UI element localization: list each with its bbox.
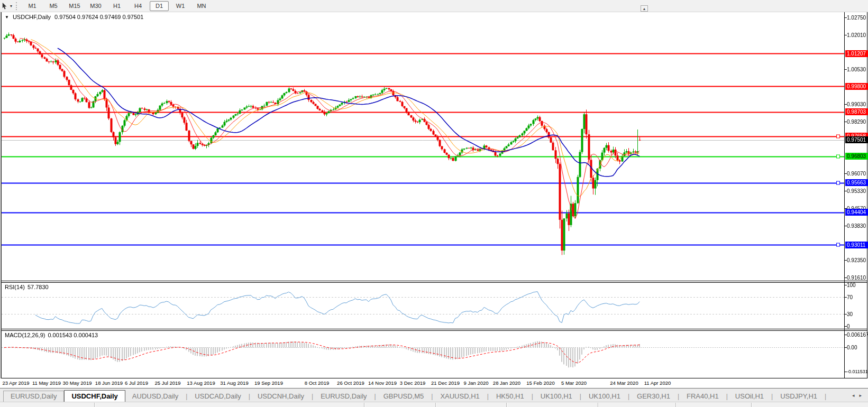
tab-eurusd-daily[interactable]: EURUSD,Daily [3, 391, 64, 402]
tab-eurusd-daily[interactable]: EURUSD,Daily [314, 391, 373, 402]
level-price-label: 0.96803 [845, 153, 868, 160]
tab-separator: | [824, 391, 827, 402]
macd-tick-label: -0.011531 [847, 368, 868, 375]
price-tick-label: 0.93830 [847, 223, 866, 229]
price-tick-label: 0.95330 [847, 188, 866, 195]
chevron-down-icon[interactable]: ▾ [10, 4, 12, 8]
timeframe-button-m1[interactable]: M1 [23, 1, 42, 11]
price-tick-label: 0.96070 [847, 170, 866, 177]
macd-name: MACD(12,26,9) [5, 332, 45, 338]
timeframe-button-h4[interactable]: H4 [129, 1, 148, 11]
timeframe-button-mn[interactable]: MN [192, 1, 211, 11]
timeframe-button-m15[interactable]: M15 [65, 1, 84, 11]
price-tick-label: 1.00530 [847, 66, 866, 73]
chart-title: ▼ USDCHF,Daily 0.97504 0.97624 0.97469 0… [5, 14, 143, 20]
symbol-label: USDCHF,Daily [13, 14, 51, 20]
date-tick-label: 8 Oct 2019 [297, 380, 336, 386]
top-toolbar: ▾ M1M5M15M30H1H4D1W1MN ▲ [0, 0, 868, 12]
timeframe-button-m30[interactable]: M30 [86, 1, 105, 11]
rsi-name: RSI(14) [5, 284, 25, 290]
tab-scroll-arrows: ◂▸ [852, 388, 862, 402]
rsi-tick-label: 100 [847, 282, 856, 289]
macd-values: 0.001543 0.000413 [48, 332, 98, 338]
toolbar-gripper [16, 2, 17, 10]
tab-ger30-h1[interactable]: GER30,H1 [630, 391, 677, 402]
timeframe-button-m5[interactable]: M5 [44, 1, 63, 11]
cursor-tool-button[interactable]: ▾ [1, 2, 12, 10]
level-price-label: 0.97501 [845, 136, 868, 143]
tab-fra40-h1[interactable]: FRA40,H1 [680, 391, 726, 402]
ohlc-values: 0.97504 0.97624 0.97469 0.97501 [54, 14, 143, 20]
macd-tick-label: 0.00 [847, 344, 857, 351]
price-tick-label: 0.92350 [847, 257, 866, 264]
price-tick-label: 0.91610 [847, 274, 866, 281]
timeframe-button-h1[interactable]: H1 [107, 1, 126, 11]
tab-usdchf-daily[interactable]: USDCHF,Daily [64, 390, 125, 402]
rsi-tick-label: 0 [847, 323, 850, 330]
status-bar-separator [94, 403, 95, 407]
tab-gbpusd-m5[interactable]: GBPUSD,M5 [377, 391, 431, 402]
level-price-label: 0.99800 [845, 83, 868, 90]
level-price-label: 1.01207 [845, 50, 868, 57]
status-bar-separator [751, 403, 752, 407]
status-bar-separator [364, 403, 365, 407]
tab-uk100-h1[interactable]: UK100,H1 [582, 391, 627, 402]
status-bar-separator [675, 403, 677, 407]
tab-scroll-left-icon[interactable]: ◂ [852, 393, 855, 398]
level-price-label: 0.93011 [845, 242, 868, 248]
cursor-arrow-icon [1, 2, 9, 10]
level-price-label: 0.94404 [845, 209, 868, 216]
date-tick-label: 31 Aug 2019 [215, 380, 254, 386]
chart-window: ▼ USDCHF,Daily 0.97504 0.97624 0.97469 0… [0, 12, 868, 378]
timeframe-button-group: M1M5M15M30H1H4D1W1MN [22, 1, 212, 11]
macd-tick-label: 0.006167 [847, 331, 868, 338]
tab-usdcnh-daily[interactable]: USDCNH,Daily [251, 391, 311, 402]
rsi-tick-label: 30 [847, 311, 853, 318]
tab-xauusd-h1[interactable]: XAUUSD,H1 [433, 391, 486, 402]
tab-hk50-h1[interactable]: HK50,H1 [489, 391, 531, 402]
status-bar-separator [435, 403, 436, 407]
price-tick-label: 0.98290 [847, 118, 866, 125]
macd-indicator-label: MACD(12,26,9)0.001543 0.000413 [5, 332, 100, 338]
price-tick-label: 1.02010 [847, 32, 866, 39]
tab-usdjpy-h1[interactable]: USDJPY,H1 [773, 391, 824, 402]
rsi-tick-label: 70 [847, 294, 853, 301]
level-price-label: 0.95663 [845, 179, 868, 186]
tab-uk100-h1[interactable]: UK100,H1 [534, 391, 579, 402]
date-tick-label: 11 Apr 2020 [638, 380, 677, 386]
symbol-dropdown-icon[interactable]: ▼ [5, 15, 9, 20]
status-bar-separator [598, 403, 599, 407]
tab-audusd-daily[interactable]: AUDUSD,Daily [125, 391, 185, 402]
time-axis: 23 Apr 201911 May 201930 May 201918 Jun … [0, 378, 868, 388]
timeframe-button-w1[interactable]: W1 [171, 1, 190, 11]
status-bar [0, 402, 868, 407]
timeframe-button-d1[interactable]: D1 [150, 1, 169, 11]
rsi-indicator-label: RSI(14)57.7830 [5, 284, 51, 290]
date-tick-label: 19 Sep 2019 [249, 380, 288, 386]
level-price-label: 0.98703 [845, 108, 868, 115]
tab-usoil-h1[interactable]: USOil,H1 [728, 391, 771, 402]
price-chart-canvas[interactable] [0, 12, 868, 378]
chart-tabs-bar: EURUSD,DailyUSDCHF,DailyAUDUSD,Daily|USD… [0, 388, 868, 402]
price-tick-label: 1.02750 [847, 14, 866, 21]
rsi-value: 57.7830 [28, 284, 49, 290]
status-bar-separator [506, 403, 507, 407]
price-tick-label: 0.99030 [847, 101, 866, 108]
tab-usdcad-daily[interactable]: USDCAD,Daily [188, 391, 248, 402]
tab-scroll-right-icon[interactable]: ▸ [859, 393, 862, 398]
date-tick-label: 5 Mar 2020 [554, 380, 593, 386]
scrollbar-up-button[interactable]: ▲ [641, 5, 648, 12]
date-tick-label: 28 Jan 2020 [487, 380, 526, 386]
